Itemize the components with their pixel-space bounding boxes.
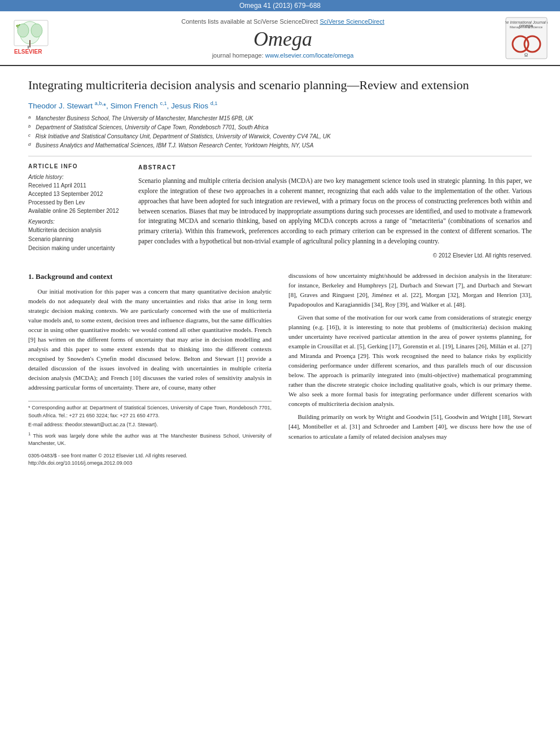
omega-logo-box: omega The International Journal of Manag… <box>504 17 549 59</box>
body-para-1: Our initial motivation for this paper wa… <box>28 287 272 393</box>
journal-header: 🌿 ELSEVIER Contents lists available at S… <box>0 11 560 66</box>
keywords-label: Keywords: <box>28 219 127 225</box>
journal-name: Omega <box>68 27 498 51</box>
article-title: Integrating multicriteria decision analy… <box>28 77 532 94</box>
body-col-right: discussions of how uncertainty might/sho… <box>288 271 532 468</box>
abstract-text: Scenario planning and multiple criteria … <box>138 176 532 247</box>
available-online: Available online 26 September 2012 <box>28 207 127 215</box>
journal-volume-text: Omega 41 (2013) 679–688 <box>239 2 321 10</box>
history-label: Article history: <box>28 174 127 180</box>
affil-d: Business Analytics and Mathematical Scie… <box>36 141 313 150</box>
affil-a: Manchester Business School, The Universi… <box>36 114 253 123</box>
keyword-1: Multicriteria decision analysis <box>28 226 127 235</box>
svg-text:Management Science: Management Science <box>509 25 542 29</box>
footnote-1: * Corresponding author at: Department of… <box>28 404 272 420</box>
keywords-list: Multicriteria decision analysis Scenario… <box>28 226 127 253</box>
footnotes: * Corresponding author at: Department of… <box>28 401 272 468</box>
page: Omega 41 (2013) 679–688 🌿 ELSEVIER <box>0 0 560 747</box>
svg-text:Ω: Ω <box>524 53 528 58</box>
body-para-r1: discussions of how uncertainty might/sho… <box>288 271 532 309</box>
received-date: Received 11 April 2011 <box>28 181 127 190</box>
elsevier-logo: 🌿 ELSEVIER <box>11 18 62 59</box>
footnote-2: 1 This work was largely done while the a… <box>28 431 272 448</box>
accepted-date: Accepted 13 September 2012 <box>28 190 127 198</box>
article-info-title: ARTICLE INFO <box>28 163 127 169</box>
body-para-r3: Building primarily on work by Wright and… <box>288 412 532 441</box>
svg-point-6 <box>31 24 42 37</box>
keyword-3: Decision making under uncertainty <box>28 244 127 253</box>
doi-line: http://dx.doi.org/10.1016/j.omega.2012.0… <box>28 460 272 468</box>
svg-text:ELSEVIER: ELSEVIER <box>14 49 42 55</box>
bottom-footnote: 0305-0483/$ - see front matter © 2012 El… <box>28 452 272 468</box>
article-info-panel: ARTICLE INFO Article history: Received 1… <box>28 163 127 260</box>
svg-point-5 <box>18 24 29 37</box>
license-line: 0305-0483/$ - see front matter © 2012 El… <box>28 452 272 460</box>
sciverse-link[interactable]: SciVerse ScienceDirect <box>320 18 384 25</box>
body-col-left: 1. Background and context Our initial mo… <box>28 271 272 468</box>
processed-by: Processed by Ben Lev <box>28 198 127 207</box>
article-info-abstract: ARTICLE INFO Article history: Received 1… <box>28 163 532 260</box>
svg-text:The International Journal of: The International Journal of <box>505 20 548 24</box>
journal-center: Contents lists available at SciVerse Sci… <box>68 18 498 59</box>
keyword-2: Scenario planning <box>28 235 127 244</box>
homepage-link[interactable]: www.elsevier.com/locate/omega <box>265 52 354 59</box>
footnote-email: E-mail address: theodor.stewart@uct.ac.z… <box>28 421 272 429</box>
abstract-title: ABSTRACT <box>138 163 532 172</box>
body-two-col: 1. Background and context Our initial mo… <box>28 271 532 468</box>
abstract-panel: ABSTRACT Scenario planning and multiple … <box>138 163 532 260</box>
affiliations: a Manchester Business School, The Univer… <box>28 114 532 150</box>
section1-heading: 1. Background and context <box>28 271 272 282</box>
header-divider <box>28 156 532 156</box>
affil-c: Risk Initiative and Statistical Consulta… <box>36 132 331 141</box>
sciverse-text: Contents lists available at SciVerse Sci… <box>68 18 498 25</box>
affil-b: Department of Statistical Sciences, Univ… <box>36 123 268 132</box>
journal-volume-bar: Omega 41 (2013) 679–688 <box>0 0 560 11</box>
journal-homepage: journal homepage: www.elsevier.com/locat… <box>68 52 498 59</box>
body-section: 1. Background and context Our initial mo… <box>28 271 532 468</box>
copyright-line: © 2012 Elsevier Ltd. All rights reserved… <box>138 251 532 260</box>
authors-line: Theodor J. Stewart a,b,*, Simon French c… <box>28 101 532 110</box>
article-main: Integrating multicriteria decision analy… <box>0 66 560 479</box>
body-para-r2: Given that some of the motivation for ou… <box>288 313 532 409</box>
